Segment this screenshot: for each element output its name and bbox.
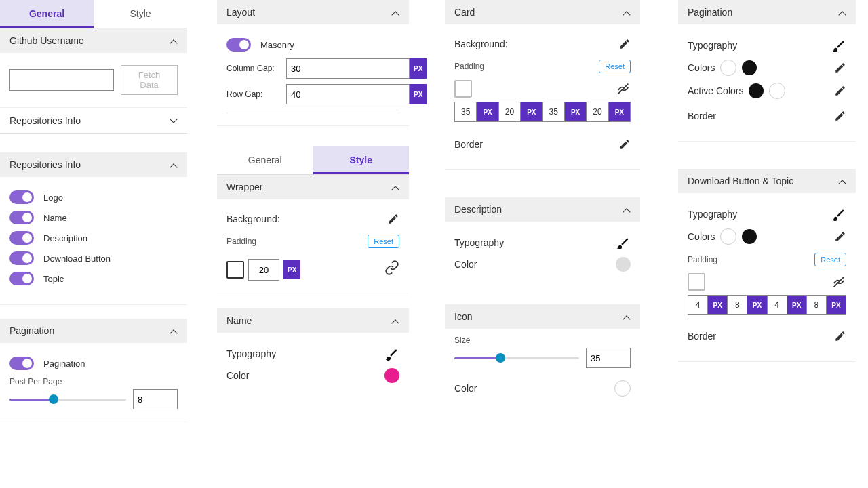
accordion-card[interactable]: Card [445,0,640,24]
toggle-pagination[interactable] [9,357,34,370]
pagination-style-body: Typography Colors Active Colors Border [678,24,856,142]
padding-label: Padding [688,255,717,264]
link-values-icon[interactable] [384,260,399,275]
edit-icon[interactable] [834,62,846,74]
icon-size-slider[interactable] [454,351,579,365]
edit-icon[interactable] [834,110,846,122]
unlink-values-icon[interactable] [831,274,846,289]
brush-icon[interactable] [831,38,846,53]
chevron-up-icon [838,8,846,16]
unit-label[interactable]: PX [609,102,630,121]
color-swatch[interactable] [616,257,631,272]
chevron-up-icon [623,8,631,16]
color-label: Color [226,370,249,381]
brush-icon[interactable] [616,235,631,250]
padding-value-input[interactable] [248,259,279,281]
accordion-name[interactable]: Name [217,308,409,333]
typography-label: Typography [454,237,504,248]
edit-icon[interactable] [618,38,631,50]
color-swatch[interactable] [384,368,399,383]
accordion-title: Description [454,204,502,215]
column-gap-input[interactable] [286,58,410,79]
color-swatch[interactable] [742,229,757,244]
tab-style[interactable]: Style [94,0,187,28]
accordion-icon[interactable]: Icon [445,304,640,329]
toggle-label: Topic [43,274,64,284]
edit-icon[interactable] [834,230,846,243]
unit-label[interactable]: PX [521,102,542,121]
pad-top[interactable]: 4 [688,296,708,314]
unit-label[interactable]: PX [410,58,427,79]
reset-button[interactable]: Reset [599,60,631,73]
accordion-title: Pagination [9,325,54,336]
accordion-description[interactable]: Description [445,197,640,222]
pad-left[interactable]: 20 [587,102,608,121]
unit-label[interactable]: PX [410,84,427,104]
toggle-masonry[interactable] [226,38,251,52]
toggle-download-button[interactable] [9,251,34,265]
toggle-topic[interactable] [9,272,34,285]
accordion-title: Github Username [9,35,84,46]
size-label: Size [454,336,631,345]
colors-label: Colors [688,62,715,73]
pad-bottom[interactable]: 35 [543,102,565,121]
edit-icon[interactable] [834,85,846,97]
accordion-pagination-general[interactable]: Pagination [0,319,187,343]
unit-label[interactable]: PX [283,260,300,279]
accordion-layout[interactable]: Layout [217,0,409,24]
edit-icon[interactable] [834,330,846,342]
brush-icon[interactable] [384,346,399,361]
chevron-up-icon [170,161,178,169]
unit-label[interactable]: PX [565,102,587,121]
pad-left[interactable]: 8 [807,296,827,314]
unit-label[interactable]: PX [827,296,846,314]
toggle-description[interactable] [9,231,34,245]
github-username-input[interactable] [9,69,114,91]
unit-label[interactable]: PX [708,296,728,314]
ppp-slider[interactable] [9,392,126,406]
ppp-value-input[interactable] [133,389,178,409]
fetch-data-button[interactable]: Fetch Data [121,65,178,95]
background-label: Background: [226,214,280,224]
pagination-general-body: Pagination Post Per Page [0,343,187,422]
tab-general[interactable]: General [0,0,94,28]
padding-label: Padding [454,62,484,71]
icon-size-input[interactable] [586,348,631,368]
tab-general-2[interactable]: General [217,146,313,174]
github-body: Fetch Data [0,53,187,108]
color-swatch[interactable] [614,380,631,396]
color-swatch[interactable] [769,83,785,99]
pad-top[interactable]: 35 [455,102,477,121]
pad-right[interactable]: 20 [499,102,521,121]
color-swatch[interactable] [720,228,736,245]
color-swatch[interactable] [742,60,757,75]
pad-bottom[interactable]: 4 [768,296,787,314]
accordion-github-username[interactable]: Github Username [0,28,187,53]
color-label: Color [454,383,477,394]
toggle-name[interactable] [9,211,34,224]
tab-style-2[interactable]: Style [313,146,410,174]
unit-label[interactable]: PX [747,296,767,314]
color-swatch[interactable] [720,60,736,76]
unlink-values-icon[interactable] [616,81,631,96]
accordion-download-button-topic[interactable]: Download Button & Topic [678,169,856,193]
reset-button[interactable]: Reset [368,235,399,248]
color-swatch[interactable] [749,83,764,98]
unit-label[interactable]: PX [477,102,498,121]
edit-icon[interactable] [618,138,631,150]
accordion-repositories-info[interactable]: Repositories Info [0,152,187,177]
chevron-up-icon [391,183,399,191]
reset-button[interactable]: Reset [814,253,846,266]
brush-icon[interactable] [831,207,846,222]
pad-right[interactable]: 8 [728,296,747,314]
unit-label[interactable]: PX [787,296,807,314]
accordion-pagination-style[interactable]: Pagination [678,0,856,24]
accordion-title: Repositories Info [9,159,81,170]
toggle-logo[interactable] [9,190,34,204]
row-gap-input[interactable] [286,84,410,104]
row-gap-label: Row Gap: [226,89,281,99]
accordion-wrapper[interactable]: Wrapper [217,175,409,199]
colors-label: Colors [688,231,715,242]
accordion-repositories-info-collapsed[interactable]: Repositories Info [0,108,187,134]
edit-icon[interactable] [387,213,399,225]
